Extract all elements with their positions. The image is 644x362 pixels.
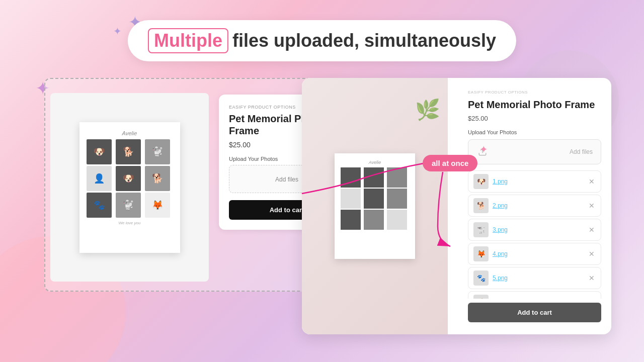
file-name-3: 3.png [493,226,584,233]
r-photo-3 [387,167,407,188]
photo-cell-2: 🐕 [116,139,141,164]
file-thumb-2: 🐕 [473,198,489,213]
file-thumb-5: 🐾 [473,270,489,286]
file-remove-5[interactable]: ✕ [588,274,596,282]
all-at-once-badge: all at once [423,155,477,171]
right-upload-box[interactable]: Add files [468,139,601,164]
left-product-image: Avelie 🐶 🐕 🐩 👤 🐶 🐕 🐾 🐩 🦊 We love you [50,93,209,282]
photo-cell-5: 🐶 [116,166,141,191]
photo-cell-9: 🦊 [145,193,170,218]
right-upload-label: Upload Your Photos [468,129,601,135]
upload-icon [476,146,489,158]
photo-frame-mockup-right: Avelie [335,153,415,259]
photo-cell-4: 👤 [87,166,112,191]
r-photo-5 [364,189,384,209]
star-decoration-2: ✦ [113,25,122,37]
left-add-files-text: Add files [275,176,298,183]
frame-title-left: Avelie [86,128,174,136]
file-remove-2[interactable]: ✕ [588,202,596,210]
file-name-4: 4.png [493,250,584,257]
right-frame-title: Avelie [340,158,410,166]
file-remove-4[interactable]: ✕ [588,250,596,258]
photo-cell-6: 🐕 [145,166,170,191]
right-add-files-text: Add files [570,148,593,155]
file-item-3: 🐩 3.png ✕ [468,219,601,241]
photo-cell-3: 🐩 [145,139,170,164]
r-photo-9 [387,210,407,230]
right-product-image: Avelie 🌿 [302,78,448,334]
photo-cell-7: 🐾 [87,193,112,218]
right-card-details: EASIFY PRODUCT OPTIONS Pet Memorial Phot… [458,78,611,334]
file-thumb-1: 🐶 [473,174,489,189]
right-product-panel: Avelie 🌿 EASIFY PRODUCT OPTIONS Pet Memo… [302,78,611,334]
header-banner: Multiple files uploaded, simultaneously [128,20,516,61]
file-item-6: 🐕 6.png ✕ [468,291,601,299]
file-item-5: 🐾 5.png ✕ [468,267,601,289]
photo-cell-1: 🐶 [87,139,112,164]
r-photo-8 [364,210,384,230]
file-thumb-6: 🐕 [473,295,489,299]
r-photo-1 [341,167,361,188]
right-card-price: $25.00 [468,115,601,122]
right-card-label: EASIFY PRODUCT OPTIONS [468,90,601,95]
r-photo-2 [364,167,384,188]
header-multiple-word: Multiple [148,28,228,53]
file-name-5: 5.png [493,275,584,282]
r-photo-4 [341,189,361,209]
right-card-title: Pet Memorial Photo Frame [468,99,601,111]
photo-frame-mockup-left: Avelie 🐶 🐕 🐩 👤 🐶 🐕 🐾 🐩 🦊 We love you [79,122,180,253]
right-add-to-cart-button[interactable]: Add to cart [468,303,601,322]
header-rest-text: files uploaded, simultaneously [232,30,496,51]
r-photo-7 [341,210,361,230]
file-item-2: 🐕 2.png ✕ [468,195,601,217]
file-list: 🐶 1.png ✕ 🐕 2.png ✕ 🐩 3.png ✕ 🦊 4.png ✕ … [468,170,601,299]
frame-caption-left: We love you [86,221,174,225]
file-remove-6[interactable]: ✕ [588,298,596,299]
file-item-1: 🐶 1.png ✕ [468,170,601,193]
photo-grid-left: 🐶 🐕 🐩 👤 🐶 🐕 🐾 🐩 🦊 [86,138,174,219]
photo-cell-8: 🐩 [116,193,141,218]
file-thumb-4: 🦊 [473,246,489,261]
right-plant-decoration: 🌿 [415,98,440,122]
file-remove-1[interactable]: ✕ [588,177,596,186]
file-thumb-3: 🐩 [473,222,489,237]
r-photo-6 [387,189,407,209]
right-photo-grid [340,166,410,231]
file-remove-3[interactable]: ✕ [588,226,596,234]
file-name-1: 1.png [493,178,584,185]
file-item-4: 🦊 4.png ✕ [468,243,601,265]
file-name-2: 2.png [493,202,584,209]
